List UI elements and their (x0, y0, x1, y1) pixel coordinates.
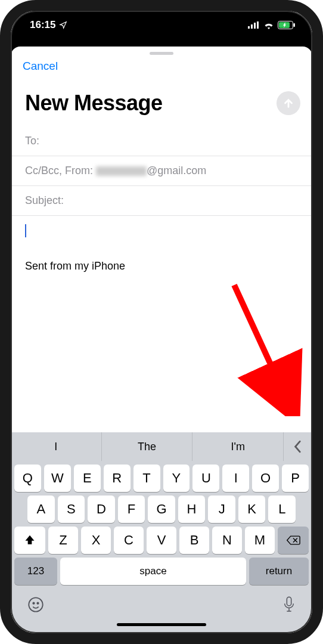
suggestion-bar: I The I'm (11, 432, 312, 461)
key-x[interactable]: X (81, 527, 111, 554)
svg-point-8 (33, 603, 34, 604)
key-b[interactable]: B (179, 527, 209, 554)
key-q[interactable]: Q (14, 465, 41, 492)
dictation-button[interactable] (282, 596, 296, 616)
key-i[interactable]: I (222, 465, 249, 492)
key-r[interactable]: R (104, 465, 131, 492)
subject-field[interactable]: Subject: (11, 186, 312, 216)
from-domain: @gmail.com (147, 165, 206, 177)
emoji-button[interactable] (27, 596, 44, 615)
key-l[interactable]: L (268, 496, 296, 523)
suggestion-3[interactable]: I'm (192, 432, 284, 461)
sheet-grabber[interactable] (150, 52, 173, 55)
key-row-3: Z X C V B N M (11, 523, 312, 554)
key-p[interactable]: P (282, 465, 309, 492)
key-k[interactable]: K (238, 496, 266, 523)
key-e[interactable]: E (74, 465, 101, 492)
volume-down-button (0, 173, 1, 212)
text-cursor (25, 224, 26, 237)
numbers-key[interactable]: 123 (14, 558, 57, 585)
subject-label: Subject: (25, 194, 64, 206)
emoji-icon (27, 596, 44, 613)
keyboard-footer (11, 585, 312, 621)
to-field[interactable]: To: (11, 126, 312, 156)
status-bar: 16:15 (11, 11, 312, 39)
key-w[interactable]: W (44, 465, 71, 492)
shift-icon (24, 534, 36, 546)
ccbcc-from-label: Cc/Bcc, From: (25, 165, 93, 177)
key-c[interactable]: C (114, 527, 144, 554)
volume-up-button (0, 125, 1, 164)
svg-point-7 (29, 597, 42, 611)
home-indicator[interactable] (117, 623, 206, 626)
key-a[interactable]: A (27, 496, 55, 523)
location-icon (59, 21, 67, 29)
clock: 16:15 (30, 19, 55, 31)
to-label: To: (25, 135, 39, 147)
key-j[interactable]: J (208, 496, 235, 523)
arrow-up-icon (282, 97, 295, 110)
chevron-left-icon (294, 440, 302, 453)
suggestion-1[interactable]: I (11, 432, 102, 461)
key-m[interactable]: M (245, 527, 275, 554)
svg-rect-0 (248, 26, 250, 29)
battery-icon (278, 21, 296, 29)
key-g[interactable]: G (148, 496, 175, 523)
ccbcc-from-field[interactable]: Cc/Bcc, From: @gmail.com (11, 156, 312, 186)
delete-key[interactable] (278, 527, 309, 554)
svg-rect-2 (254, 23, 256, 29)
phone-screen: 16:15 Cancel New Message To: Cc/Bcc, Fro… (11, 11, 312, 633)
key-d[interactable]: D (88, 496, 115, 523)
shift-key[interactable] (14, 527, 45, 554)
mic-icon (282, 596, 296, 614)
key-t[interactable]: T (133, 465, 160, 492)
compose-sheet: Cancel New Message To: Cc/Bcc, From: @gm… (11, 47, 312, 633)
key-y[interactable]: Y (163, 465, 190, 492)
mute-switch (0, 89, 1, 111)
key-v[interactable]: V (147, 527, 176, 554)
return-key[interactable]: return (249, 558, 309, 585)
svg-rect-5 (294, 23, 296, 27)
svg-rect-3 (257, 21, 259, 29)
suggestion-2[interactable]: The (102, 432, 193, 461)
key-row-bottom: 123 space return (11, 554, 312, 585)
svg-rect-1 (251, 24, 253, 29)
cellular-icon (248, 21, 260, 29)
key-row-1: Q W E R T Y U I O P (11, 461, 312, 492)
page-title: New Message (25, 91, 163, 116)
signature-text: Sent from my iPhone (25, 260, 298, 273)
svg-rect-10 (287, 597, 291, 606)
backspace-icon (286, 535, 300, 546)
expand-toolbar-button[interactable] (284, 432, 312, 461)
keyboard: I The I'm Q W E R T Y U I O P A (11, 432, 312, 633)
cancel-button[interactable]: Cancel (23, 60, 58, 73)
key-h[interactable]: H (178, 496, 206, 523)
wifi-icon (263, 21, 274, 29)
key-n[interactable]: N (212, 527, 242, 554)
key-u[interactable]: U (192, 465, 219, 492)
key-s[interactable]: S (58, 496, 85, 523)
send-button[interactable] (277, 91, 300, 115)
key-z[interactable]: Z (48, 527, 78, 554)
body-textarea[interactable]: Sent from my iPhone (11, 216, 312, 432)
key-f[interactable]: F (118, 496, 145, 523)
from-address-redacted (96, 166, 147, 176)
space-key[interactable]: space (60, 558, 246, 585)
key-o[interactable]: O (252, 465, 279, 492)
key-row-2: A S D F G H J K L (11, 492, 312, 523)
svg-point-9 (37, 603, 38, 604)
